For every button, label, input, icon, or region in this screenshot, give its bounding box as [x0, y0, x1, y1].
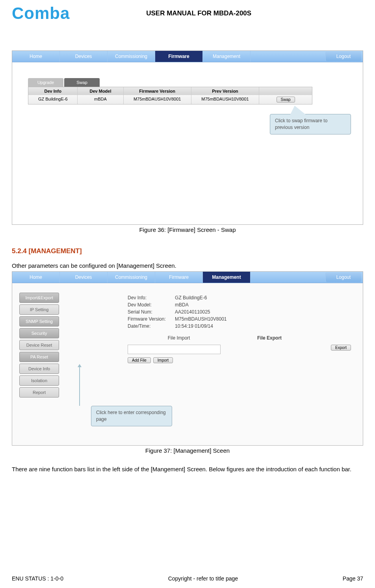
nav-firmware[interactable]: Firmware [155, 51, 203, 62]
nav-home[interactable]: Home [12, 51, 60, 62]
logout-button-2[interactable]: Logout [325, 273, 361, 282]
sidebar-import-export[interactable]: Import&Export [19, 293, 59, 303]
import-button[interactable]: Import [153, 357, 173, 363]
export-button[interactable]: Export [331, 345, 351, 351]
nav-management[interactable]: Management [203, 51, 251, 62]
page-header: Comba USER MANUAL FOR MBDA-200S [12, 4, 363, 23]
section-intro: Other parameters can be configured on [M… [12, 262, 363, 269]
footer-status: ENU STATUS : 1-0-0 [12, 575, 63, 582]
logout-button[interactable]: Logout [325, 52, 361, 61]
td-dev-model: mBDA [78, 95, 123, 104]
sidebar-report[interactable]: Report [19, 387, 59, 398]
footer-copyright: Copyright - refer to title page [168, 575, 238, 582]
nav2-firmware[interactable]: Firmware [155, 272, 203, 283]
add-file-button[interactable]: Add File [128, 357, 151, 363]
subtab-swap[interactable]: Swap [64, 78, 100, 87]
swap-tooltip: Click to swap firmware to previous versi… [270, 114, 351, 134]
management-sidebar: Import&Export IP Setting SNMP Setting Se… [12, 283, 65, 446]
sidebar-pa-reset[interactable]: PA Reset [19, 352, 59, 362]
label-fw-version: Firmware Version: [128, 316, 175, 322]
management-screenshot: Home Devices Commissioning Firmware Mana… [12, 271, 363, 446]
td-prev-version: M75mBDAUSH10V8001 [191, 95, 259, 104]
nav-devices[interactable]: Devices [60, 51, 108, 62]
section-heading: 5.2.4 [MANAGEMENT] [12, 247, 363, 255]
sidebar-device-info[interactable]: Device Info [19, 364, 59, 374]
nav2-commissioning[interactable]: Commissioning [108, 272, 155, 283]
nav-commissioning[interactable]: Commissioning [108, 51, 155, 62]
table-row: GZ BuildingE-6 mBDA M75mBDAUSH10V8001 M7… [28, 95, 312, 104]
firmware-table: Dev Info Dev Model Firmware Version Prev… [28, 87, 312, 105]
td-dev-info: GZ BuildingE-6 [28, 95, 78, 104]
value-datetime: 10:54:19 01/09/14 [175, 323, 213, 329]
nav2-devices[interactable]: Devices [60, 272, 108, 283]
td-fw-version: M75mBDAUSH10V8001 [124, 95, 191, 104]
sidebar-device-reset[interactable]: Device Reset [19, 340, 59, 350]
sidebar-ip-setting[interactable]: IP Setting [19, 304, 59, 315]
col-file-import: File Import [128, 335, 230, 341]
label-dev-model: Dev Model: [128, 302, 175, 308]
figure-37-caption: Figure 37: [Management] Sceen [12, 447, 363, 454]
value-dev-model: mBDA [175, 302, 189, 308]
label-dev-info: Dev Info: [128, 295, 175, 301]
subtab-upgrade[interactable]: Upgrade [28, 78, 63, 87]
swap-button[interactable]: Swap [277, 97, 295, 103]
label-datetime: Date/Time: [128, 323, 175, 329]
label-serial: Serial Num: [128, 309, 175, 315]
figure-36-caption: Figure 36: [Firmware] Screen - Swap [12, 226, 363, 233]
import-file-input[interactable] [128, 345, 221, 354]
th-prev-version: Prev Version [191, 87, 259, 95]
col-file-export: File Export [230, 335, 309, 341]
th-fw-version: Firmware Version [124, 87, 191, 95]
firmware-swap-screenshot: Home Devices Commissioning Firmware Mana… [12, 50, 363, 225]
table-header: Dev Info Dev Model Firmware Version Prev… [28, 87, 312, 95]
td-action: Swap [259, 95, 312, 104]
th-dev-info: Dev Info [28, 87, 78, 95]
value-serial: AA20140110025 [175, 309, 210, 315]
top-nav: Home Devices Commissioning Firmware Mana… [12, 51, 363, 62]
th-actions [259, 87, 312, 95]
page-footer: ENU STATUS : 1-0-0 Copyright - refer to … [12, 575, 363, 582]
top-nav-2: Home Devices Commissioning Firmware Mana… [12, 272, 363, 283]
nav2-spacer [251, 272, 325, 283]
value-dev-info: GZ BuildingE-6 [175, 295, 207, 301]
sidebar-isolation[interactable]: Isolation [19, 375, 59, 386]
th-dev-model: Dev Model [78, 87, 123, 95]
sidebar-tooltip: Click here to enter corresponding page [91, 406, 172, 426]
nav2-management[interactable]: Management [203, 272, 251, 283]
closing-paragraph: There are nine function bars list in the… [12, 466, 363, 472]
tooltip-connector [79, 366, 80, 406]
sidebar-security[interactable]: Security [19, 328, 59, 338]
sidebar-snmp-setting[interactable]: SNMP Setting [19, 316, 59, 327]
sub-tabs: Upgrade Swap [28, 78, 363, 87]
document-title: USER MANUAL FOR MBDA-200S [34, 9, 363, 17]
value-fw-version: M75mBDAUSH10V8001 [175, 316, 226, 322]
footer-page-number: Page 37 [343, 575, 363, 582]
nav2-home[interactable]: Home [12, 272, 60, 283]
nav-spacer [251, 51, 325, 62]
